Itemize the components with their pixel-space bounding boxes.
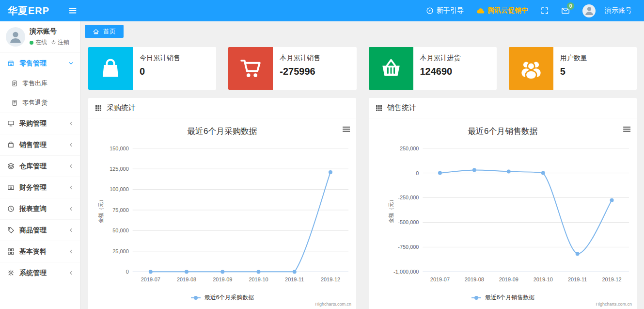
- stat-info: 今日累计销售0: [133, 47, 187, 90]
- nav-account-button[interactable]: 演示账号: [605, 6, 632, 15]
- sidebar-item-1[interactable]: 采购管理: [0, 113, 80, 134]
- svg-text:2019-12: 2019-12: [321, 276, 340, 282]
- main-content: 首页 今日累计销售0本月累计销售-275996本月累计进货124690用户数量5…: [81, 0, 644, 309]
- sidebar-subitem-label: 零售退货: [22, 98, 47, 107]
- hamburger-menu-icon[interactable]: [68, 6, 77, 15]
- svg-text:金额（元）: 金额（元）: [388, 197, 394, 224]
- legend-item[interactable]: 最近6个月采购数据: [88, 293, 356, 302]
- stat-card-2: 本月累计进货124690: [369, 47, 497, 90]
- finance-icon: [7, 184, 15, 191]
- cloud-icon: [476, 7, 485, 15]
- logout-button[interactable]: 注销: [51, 38, 69, 47]
- panel-1: 销售统计最近6个月销售数据-1,000,000-750,000-500,000-…: [369, 98, 637, 309]
- svg-text:2019-07: 2019-07: [141, 276, 160, 282]
- users-icon: [509, 47, 553, 90]
- sidebar-item-7[interactable]: 基本资料: [0, 241, 80, 262]
- chart-canvas: 最近6个月采购数据025,00050,00075,000100,000125,0…: [88, 119, 356, 292]
- doc-icon: [11, 80, 18, 87]
- sidebar-item-3[interactable]: 仓库管理: [0, 155, 80, 177]
- tab-home-label: 首页: [103, 27, 116, 36]
- chevron-left-icon: [68, 248, 74, 255]
- data-point[interactable]: [541, 171, 545, 175]
- app-logo[interactable]: 华夏ERP: [8, 4, 49, 17]
- cart-icon: [228, 47, 273, 90]
- chart-container: 最近6个月销售数据-1,000,000-750,000-500,000-250,…: [369, 118, 637, 309]
- nav-promo-button[interactable]: 腾讯云促销中: [476, 6, 528, 15]
- data-point[interactable]: [576, 252, 580, 256]
- sidebar-item-label: 基本资料: [19, 247, 47, 256]
- navbar-avatar[interactable]: [582, 4, 596, 17]
- data-point[interactable]: [220, 270, 224, 274]
- svg-text:2019-08: 2019-08: [465, 276, 484, 282]
- svg-text:金额（元）: 金额（元）: [98, 197, 104, 224]
- highcharts-credits-link[interactable]: Highcharts.com.cn: [315, 302, 351, 307]
- legend-label: 最近6个月销售数据: [485, 293, 535, 302]
- sidebar-item-label: 系统管理: [19, 269, 47, 277]
- sidebar-subitem[interactable]: 零售出库: [0, 74, 80, 93]
- sidebar-item-8[interactable]: 系统管理: [0, 262, 80, 283]
- chevron-down-icon: [68, 60, 74, 66]
- svg-text:-250,000: -250,000: [398, 195, 419, 200]
- sidebar-item-5[interactable]: 报表查询: [0, 198, 80, 219]
- sidebar-item-label: 报表查询: [19, 205, 47, 213]
- logout-label: 注销: [58, 38, 69, 47]
- chart-context-menu-icon[interactable]: [343, 127, 350, 132]
- user-block: 演示账号 在线 注销: [0, 21, 80, 52]
- messages-button[interactable]: 0: [561, 6, 570, 15]
- sidebar-item-6[interactable]: 商品管理: [0, 219, 80, 241]
- svg-text:-500,000: -500,000: [398, 219, 419, 225]
- data-point[interactable]: [507, 170, 511, 174]
- svg-text:25,000: 25,000: [112, 248, 128, 254]
- goods-icon: [7, 227, 15, 234]
- base-icon: [7, 248, 15, 255]
- highcharts-credits-link[interactable]: Highcharts.com.cn: [596, 302, 632, 307]
- data-point[interactable]: [472, 168, 476, 172]
- report-icon: [7, 205, 15, 212]
- stat-label: 本月累计进货: [420, 54, 461, 63]
- data-point[interactable]: [610, 198, 614, 202]
- chart-footer: 最近6个月采购数据Highcharts.com.cn: [88, 292, 356, 309]
- svg-text:75,000: 75,000: [112, 207, 128, 213]
- stat-value: 5: [560, 66, 587, 77]
- stat-value: 0: [140, 66, 180, 77]
- data-point[interactable]: [293, 270, 297, 274]
- chart-container: 最近6个月采购数据025,00050,00075,000100,000125,0…: [88, 118, 356, 309]
- svg-text:2019-12: 2019-12: [602, 276, 622, 282]
- user-status: 在线 注销: [30, 38, 69, 47]
- chevron-left-icon: [68, 142, 74, 148]
- stat-value: -275996: [280, 66, 320, 77]
- doc-icon: [11, 99, 18, 106]
- svg-text:125,000: 125,000: [110, 166, 129, 172]
- nav-account-label: 演示账号: [605, 6, 632, 15]
- chart-context-menu-icon[interactable]: [623, 127, 630, 132]
- chevron-left-icon: [68, 163, 74, 169]
- tab-home[interactable]: 首页: [85, 25, 124, 38]
- sidebar-menu: 零售管理零售出库零售退货采购管理销售管理仓库管理财务管理报表查询商品管理基本资料…: [0, 52, 80, 283]
- sidebar-item-0[interactable]: 零售管理: [0, 52, 80, 74]
- data-point[interactable]: [438, 171, 442, 175]
- sidebar-item-label: 采购管理: [19, 119, 47, 128]
- sidebar-item-label: 商品管理: [19, 226, 47, 235]
- legend-marker-icon: [471, 295, 482, 301]
- legend-marker-icon: [190, 295, 201, 301]
- legend-item[interactable]: 最近6个月销售数据: [369, 293, 637, 302]
- chevron-left-icon: [68, 184, 74, 191]
- chevron-left-icon: [68, 120, 74, 127]
- data-point[interactable]: [329, 170, 332, 174]
- svg-text:0: 0: [416, 170, 419, 176]
- fullscreen-button[interactable]: [541, 7, 549, 15]
- sidebar-item-label: 销售管理: [19, 141, 47, 149]
- data-point[interactable]: [185, 270, 188, 274]
- sidebar-subitem[interactable]: 零售退货: [0, 93, 80, 113]
- stat-value: 124690: [420, 66, 461, 77]
- data-point[interactable]: [149, 270, 153, 274]
- nav-guide-button[interactable]: 新手引导: [426, 6, 464, 15]
- sidebar-subitem-label: 零售出库: [22, 79, 47, 88]
- sidebar-avatar[interactable]: [6, 27, 25, 47]
- sidebar-item-4[interactable]: 财务管理: [0, 177, 80, 198]
- data-point[interactable]: [257, 270, 261, 274]
- svg-text:2019-11: 2019-11: [568, 276, 587, 282]
- sidebar-item-2[interactable]: 销售管理: [0, 134, 80, 155]
- retail-icon: [7, 60, 15, 67]
- svg-text:最近6个月采购数据: 最近6个月采购数据: [187, 127, 257, 136]
